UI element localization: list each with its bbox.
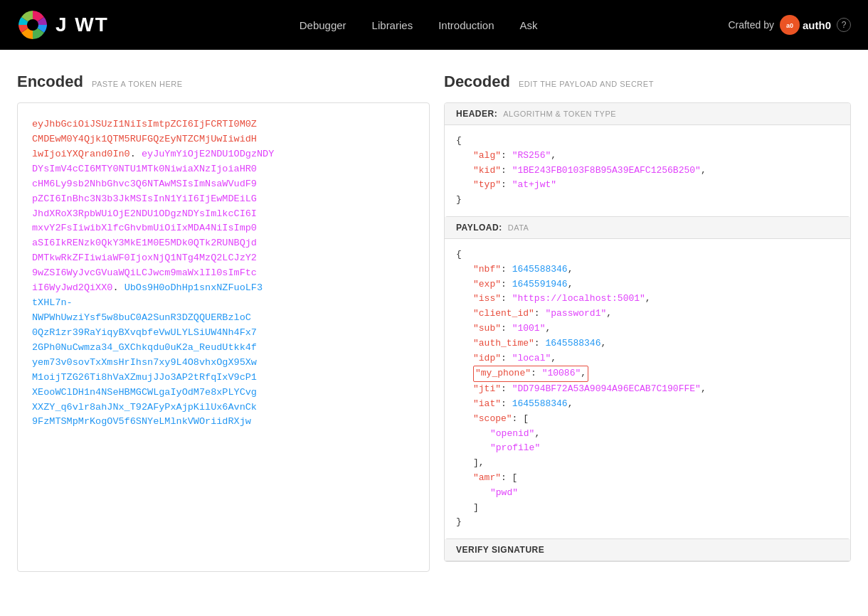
header-sublabel: ALGORITHM & TOKEN TYPE: [503, 110, 616, 118]
header-typ: "typ": "at+jwt": [473, 178, 839, 193]
payload-idp: "idp": "local",: [473, 351, 839, 366]
crafted-by-text: Crafted by: [728, 19, 774, 31]
payload-jti: "jti": "DD794BF72A53A9094A96ECAB7C190FFE…: [473, 382, 839, 397]
auth0-logo[interactable]: a0 auth0: [780, 15, 831, 35]
payload-amr-open: "amr": [: [473, 471, 839, 486]
payload-client-id: "client_id": "password1",: [473, 307, 839, 322]
encoded-subtitle: PASTE A TOKEN HERE: [92, 80, 183, 88]
payload-scope-openid: "openid",: [490, 427, 839, 442]
encoded-part3: UbOs9H0oDhHp1snxNZFuoLF3tXHL7n-NWPWhUwzi…: [32, 282, 263, 427]
payload-body[interactable]: { "nbf": 1645588346, "exp": 1645591946, …: [445, 239, 850, 538]
header-section-header: HEADER: ALGORITHM & TOKEN TYPE: [445, 103, 850, 125]
jwt-logo-icon: [17, 9, 48, 41]
header-alg: "alg": "RS256",: [473, 149, 839, 164]
header-section: HEADER: ALGORITHM & TOKEN TYPE { "alg": …: [445, 103, 850, 217]
payload-my-phone: "my_phone": "10086",: [473, 366, 839, 382]
payload-iat: "iat": 1645588346,: [473, 397, 839, 412]
navbar: J WT Debugger Libraries Introduction Ask…: [0, 0, 868, 50]
payload-nbf: "nbf": 1645588346,: [473, 262, 839, 277]
encoded-part2: eyJuYmYiOjE2NDU1ODgzNDYDYsImV4cCI6MTY0NT…: [32, 149, 274, 293]
payload-sublabel: DATA: [508, 223, 529, 232]
payload-amr-pwd: "pwd": [490, 486, 839, 501]
logo[interactable]: J WT: [17, 9, 109, 41]
payload-scope-open: "scope": [: [473, 412, 839, 427]
encoded-dot1: .: [130, 149, 136, 159]
logo-text: J WT: [55, 14, 109, 36]
verify-label: VERIFY SIGNATURE: [456, 545, 544, 555]
header-kid: "kid": "1BE243FB0103F8B95A39EAFC1256B250…: [473, 164, 839, 179]
encoded-dot2: .: [112, 282, 118, 293]
nav-ask[interactable]: Ask: [520, 19, 538, 31]
payload-exp: "exp": 1645591946,: [473, 277, 839, 292]
header-label: HEADER:: [456, 109, 497, 119]
nav-libraries[interactable]: Libraries: [372, 19, 413, 31]
nav-debugger[interactable]: Debugger: [300, 19, 346, 31]
decoded-subtitle: EDIT THE PAYLOAD AND SECRET: [519, 80, 654, 88]
decoded-panel: Decoded EDIT THE PAYLOAD AND SECRET HEAD…: [444, 73, 851, 599]
payload-auth-time: "auth_time": 1645588346,: [473, 336, 839, 351]
payload-sub: "sub": "1001",: [473, 322, 839, 336]
verify-section: VERIFY SIGNATURE: [445, 539, 850, 561]
navbar-right: Crafted by a0 auth0 ?: [728, 15, 851, 35]
main-content: Encoded PASTE A TOKEN HERE eyJhbGciOiJSU…: [0, 50, 868, 616]
help-button[interactable]: ?: [837, 18, 851, 32]
encoded-title: Encoded: [17, 73, 83, 91]
header-body[interactable]: { "alg": "RS256", "kid": "1BE243FB0103F8…: [445, 125, 850, 216]
payload-scope-profile: "profile": [490, 441, 839, 456]
nav-introduction[interactable]: Introduction: [438, 19, 494, 31]
payload-close-brace: }: [456, 516, 462, 527]
header-open-brace: {: [456, 135, 462, 146]
decoded-sections: HEADER: ALGORITHM & TOKEN TYPE { "alg": …: [444, 102, 851, 562]
payload-open-brace: {: [456, 249, 462, 260]
verify-section-header: VERIFY SIGNATURE: [445, 539, 850, 561]
decoded-title: Decoded: [444, 73, 510, 91]
my-phone-highlight: "my_phone": "10086",: [473, 366, 588, 382]
svg-text:a0: a0: [786, 22, 793, 29]
payload-section: PAYLOAD: DATA { "nbf": 1645588346, "exp"…: [445, 217, 850, 539]
encoded-panel: Encoded PASTE A TOKEN HERE eyJhbGciOiJSU…: [17, 73, 430, 599]
decoded-header: Decoded EDIT THE PAYLOAD AND SECRET: [444, 73, 851, 91]
payload-section-header: PAYLOAD: DATA: [445, 217, 850, 239]
payload-label: PAYLOAD:: [456, 223, 502, 233]
auth0-svg: a0: [783, 18, 796, 31]
payload-scope-close: ],: [473, 456, 839, 471]
encoded-header: Encoded PASTE A TOKEN HERE: [17, 73, 430, 91]
encoded-box[interactable]: eyJhbGciOiJSUzI1NiIsImtpZCI6IjFCRTI0M0ZC…: [17, 102, 430, 572]
auth0-name: auth0: [803, 19, 831, 31]
payload-amr-close: ]: [473, 501, 839, 516]
auth0-icon: a0: [780, 15, 800, 35]
header-close-brace: }: [456, 194, 462, 205]
navbar-links: Debugger Libraries Introduction Ask: [109, 19, 729, 31]
svg-point-1: [27, 19, 38, 31]
payload-iss: "iss": "https://localhost:5001",: [473, 292, 839, 307]
